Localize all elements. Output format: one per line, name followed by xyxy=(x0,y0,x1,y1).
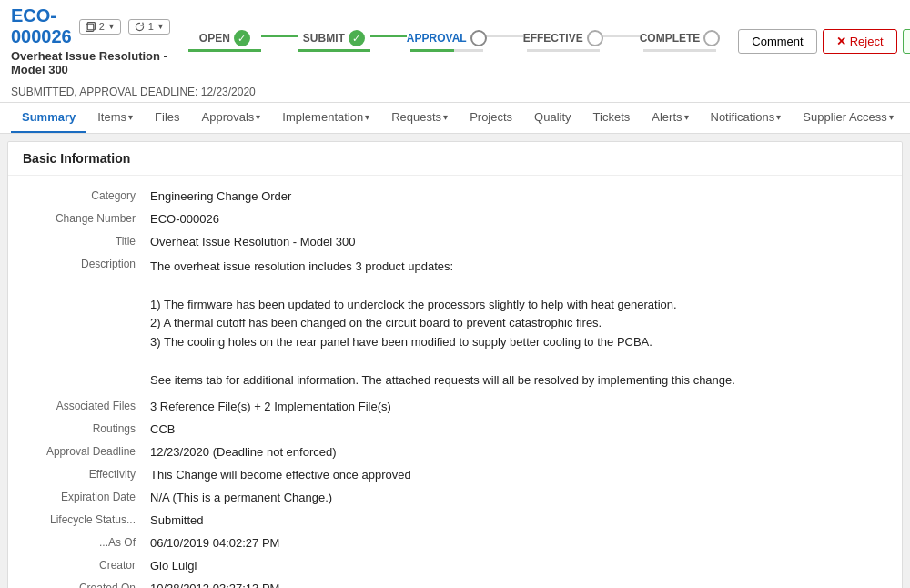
chevron-items: ▾ xyxy=(128,112,133,122)
field-label: Routings xyxy=(23,422,150,436)
tab-requests[interactable]: Requests ▾ xyxy=(380,103,459,133)
step-circle-approval xyxy=(470,30,487,46)
tab-tickets[interactable]: Tickets xyxy=(582,103,642,133)
top-bar: ECO-000026 2 ▼ 1 ▼ Overheat Issue Resolu… xyxy=(0,0,910,103)
tab-implementation[interactable]: Implementation ▾ xyxy=(271,103,380,133)
step-label-open: OPEN xyxy=(199,32,230,45)
step-label-effective: EFFECTIVE xyxy=(523,32,583,45)
info-row: RoutingsCCB xyxy=(23,418,887,441)
step-progress-approval xyxy=(410,49,483,52)
field-value: The overheat issue resolution includes 3… xyxy=(150,258,887,390)
chevron-down-icon: ▼ xyxy=(107,22,116,31)
tab-summary[interactable]: Summary xyxy=(11,103,86,133)
copies-badge[interactable]: 2 ▼ xyxy=(79,19,121,35)
eco-subtitle: Overheat Issue Resolution - Model 300 xyxy=(11,49,170,76)
field-value: Engineering Change Order xyxy=(150,189,887,203)
workflow-step-open: OPEN ✓ xyxy=(188,30,261,52)
tab-approvals[interactable]: Approvals ▾ xyxy=(191,103,272,133)
info-row: EffectivityThis Change will become effec… xyxy=(23,463,887,486)
connector-approval-effective xyxy=(487,35,523,37)
field-value: This Change will become effective once a… xyxy=(150,468,887,482)
tab-items[interactable]: Items ▾ xyxy=(86,103,144,133)
step-label-complete: COMPLETE xyxy=(640,32,701,45)
submitted-row: SUBMITTED, APPROVAL DEADLINE: 12/23/2020 xyxy=(11,80,899,102)
field-label: Associated Files xyxy=(23,400,150,413)
step-circle-effective xyxy=(587,30,603,46)
nav-tabs: Summary Items ▾ Files Approvals ▾ Implem… xyxy=(0,103,910,134)
chevron-alerts: ▾ xyxy=(684,112,689,122)
step-progress-complete xyxy=(643,49,716,52)
field-value: Submitted xyxy=(150,513,887,527)
field-value: Overheat Issue Resolution - Model 300 xyxy=(150,235,887,248)
chevron-down-icon: ▼ xyxy=(157,22,165,31)
workflow-step-approval: APPROVAL xyxy=(407,30,487,52)
connector-effective-complete xyxy=(603,35,640,37)
info-row: Associated Files3 Reference File(s) + 2 … xyxy=(23,395,887,418)
x-icon: ✕ xyxy=(836,35,846,48)
field-value: 3 Reference File(s) + 2 Implementation F… xyxy=(150,400,887,413)
tab-history[interactable]: History ▾ xyxy=(905,103,910,133)
step-label-approval: APPROVAL xyxy=(407,32,467,45)
connector-submit-approval xyxy=(370,35,407,37)
info-row: CreatorGio Luigi xyxy=(23,554,887,577)
field-label: Title xyxy=(23,235,150,248)
tab-files[interactable]: Files xyxy=(144,103,190,133)
reject-button[interactable]: ✕ Reject xyxy=(823,29,897,54)
step-progress-open xyxy=(188,49,261,52)
step-circle-complete xyxy=(703,30,720,46)
field-label: Effectivity xyxy=(23,468,150,482)
tab-quality[interactable]: Quality xyxy=(523,103,581,133)
step-progress-effective xyxy=(527,49,600,52)
info-row: TitleOverheat Issue Resolution - Model 3… xyxy=(23,230,887,253)
workflow-step-submit: SUBMIT ✓ xyxy=(298,30,370,52)
workflow-step-effective: EFFECTIVE xyxy=(523,30,603,52)
info-row: Approval Deadline12/23/2020 (Deadline no… xyxy=(23,441,887,463)
tab-projects[interactable]: Projects xyxy=(459,103,523,133)
field-value: N/A (This is a permanent Change.) xyxy=(150,491,887,504)
field-value: 12/23/2020 (Deadline not enforced) xyxy=(150,445,887,459)
field-value: 10/28/2013 03:27:13 PM xyxy=(150,582,887,588)
copy-icon xyxy=(85,21,96,33)
step-label-submit: SUBMIT xyxy=(303,32,345,45)
refresh-icon xyxy=(134,21,146,33)
eco-id: ECO-000026 xyxy=(11,5,72,47)
eco-title-section: ECO-000026 2 ▼ 1 ▼ Overheat Issue Resolu… xyxy=(11,5,170,76)
refs-badge[interactable]: 1 ▼ xyxy=(128,19,170,35)
field-label: Created On xyxy=(23,582,150,588)
chevron-notifications: ▾ xyxy=(776,112,781,122)
field-value: ECO-000026 xyxy=(150,212,887,226)
field-label: Lifecycle Status... xyxy=(23,513,150,527)
main-content: Basic Information CategoryEngineering Ch… xyxy=(7,141,903,588)
comment-button[interactable]: Comment xyxy=(738,29,816,54)
info-row: CategoryEngineering Change Order xyxy=(23,185,887,208)
info-table: CategoryEngineering Change OrderChange N… xyxy=(8,176,902,588)
chevron-implementation: ▾ xyxy=(365,112,369,122)
connector-open-submit xyxy=(261,35,298,37)
chevron-supplier: ▾ xyxy=(889,112,894,122)
action-buttons: Comment ✕ Reject ✓ Approve xyxy=(738,29,910,54)
workflow-bar: OPEN ✓ SUBMIT ✓ APPROVAL xyxy=(170,30,738,52)
field-label: Expiration Date xyxy=(23,491,150,504)
tab-notifications[interactable]: Notifications ▾ xyxy=(700,103,793,133)
header-row: ECO-000026 2 ▼ 1 ▼ Overheat Issue Resolu… xyxy=(11,5,899,80)
chevron-approvals: ▾ xyxy=(256,112,260,122)
field-label: Creator xyxy=(23,559,150,573)
field-label: Approval Deadline xyxy=(23,445,150,459)
field-label: Category xyxy=(23,189,150,203)
info-row: Lifecycle Status...Submitted xyxy=(23,509,887,532)
field-value: Gio Luigi xyxy=(150,559,887,573)
tab-alerts[interactable]: Alerts ▾ xyxy=(641,103,699,133)
approve-button[interactable]: ✓ Approve xyxy=(903,29,910,54)
info-row: Change NumberECO-000026 xyxy=(23,208,887,230)
section-header: Basic Information xyxy=(8,142,902,176)
info-row: ...As Of06/10/2019 04:02:27 PM xyxy=(23,532,887,554)
tab-supplier-access[interactable]: Supplier Access ▾ xyxy=(792,103,905,133)
chevron-requests: ▾ xyxy=(443,112,448,122)
field-label: Description xyxy=(23,258,150,390)
info-row: DescriptionThe overheat issue resolution… xyxy=(23,253,887,395)
field-value: CCB xyxy=(150,422,887,436)
step-circle-submit: ✓ xyxy=(349,30,365,46)
field-label: ...As Of xyxy=(23,536,150,550)
info-row: Created On10/28/2013 03:27:13 PM xyxy=(23,577,887,588)
field-label: Change Number xyxy=(23,212,150,226)
